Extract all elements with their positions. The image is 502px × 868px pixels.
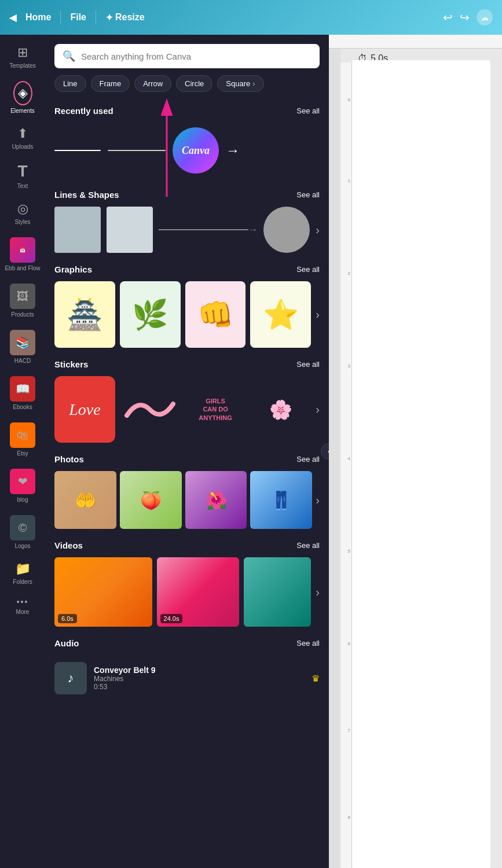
photos-see-all[interactable]: See all <box>296 455 320 464</box>
graphic-item-4[interactable]: ⭐ <box>250 281 311 348</box>
graphics-chevron-icon[interactable]: › <box>316 308 320 321</box>
redo-button[interactable]: ↪ <box>460 10 470 24</box>
arrow-right-icon: → <box>248 225 258 235</box>
sticker-love[interactable]: Love <box>54 376 115 443</box>
videos-chevron-icon[interactable]: › <box>316 586 320 599</box>
sidebar-item-hacd[interactable]: 📚 HACD <box>0 324 45 370</box>
audio-see-all[interactable]: See all <box>296 639 320 648</box>
sidebar-item-templates[interactable]: ⊞ Templates <box>0 39 45 75</box>
sticker-flower[interactable]: 🌸 <box>250 376 311 443</box>
recently-used-see-all[interactable]: See all <box>296 106 320 115</box>
canvas-white-area[interactable] <box>352 60 490 868</box>
video-badge-1: 6.0s <box>58 614 77 623</box>
sidebar-item-label: Uploads <box>12 144 34 150</box>
cloud-save-button[interactable]: ☁ <box>477 9 493 25</box>
ruler-mark-5: 5 <box>340 549 352 554</box>
chip-line[interactable]: Line <box>54 75 86 92</box>
graphic-item-2[interactable]: 🌿 <box>120 281 181 348</box>
stickers-chevron-icon[interactable]: › <box>316 403 320 416</box>
video-item-2[interactable]: 24.0s <box>157 557 239 627</box>
sidebar-item-products[interactable]: 🖼 Products <box>0 278 45 324</box>
arrow-element: → <box>226 142 240 159</box>
sticker-squiggle[interactable] <box>120 376 181 443</box>
graphics-title: Graphics <box>54 264 92 274</box>
recent-canva-circle[interactable]: Canva <box>173 127 219 174</box>
sidebar-item-label: Styles <box>14 219 30 226</box>
sidebar-item-label: Ebooks <box>13 404 32 411</box>
home-button[interactable]: Home <box>25 12 51 23</box>
sidebar-item-more[interactable]: ••• More <box>0 591 45 621</box>
graphic-item-3[interactable]: 👊 <box>185 281 246 348</box>
sidebar-item-text[interactable]: T Text <box>0 156 45 196</box>
graphic-item-1[interactable]: 🏯 <box>54 281 115 348</box>
sticker-girls-text: GIRLSCAN DOANYTHING <box>199 397 232 422</box>
photo-item-4[interactable]: 👖 <box>250 471 312 529</box>
videos-title: Videos <box>54 540 83 550</box>
sidebar-item-label: Templates <box>9 62 36 69</box>
sticker-love-text: Love <box>69 400 100 419</box>
stickers-see-all[interactable]: See all <box>296 360 320 369</box>
squiggle-svg <box>121 392 179 427</box>
sticker-girls[interactable]: GIRLSCAN DOANYTHING <box>185 376 246 443</box>
sidebar-item-blog[interactable]: ❤ blog <box>0 463 45 509</box>
sidebar-item-label: HACD <box>14 358 31 365</box>
sidebar-item-logos[interactable]: © Logos <box>0 509 45 556</box>
music-icon: ♪ <box>68 671 74 686</box>
section-header-lines-shapes: Lines & Shapes See all <box>54 190 320 200</box>
file-button[interactable]: File <box>70 12 86 23</box>
lines-shapes-see-all[interactable]: See all <box>296 190 320 199</box>
section-header-graphics: Graphics See all <box>54 264 320 274</box>
ruler-mark-1: 1 <box>340 178 352 183</box>
section-header-videos: Videos See all <box>54 540 320 550</box>
photo-item-1[interactable]: 🤲 <box>54 471 116 529</box>
photo-item-3[interactable]: 🌺 <box>185 471 247 529</box>
filter-chips: Line Frame Arrow Circle Square › <box>45 75 329 99</box>
sidebar-item-ebooks[interactable]: 📖 Ebooks <box>0 370 45 417</box>
shape-square1[interactable] <box>54 207 101 253</box>
styles-icon: ◎ <box>17 201 28 216</box>
search-input[interactable] <box>81 52 312 61</box>
photos-row: 🤲 🍑 🌺 👖 › <box>54 471 320 529</box>
etsy-thumb: 🛍 <box>10 422 35 448</box>
shape-square2[interactable] <box>107 207 153 253</box>
shape-line-arrow[interactable]: → <box>159 225 258 235</box>
photo-item-2[interactable]: 🍑 <box>120 471 182 529</box>
sidebar-item-elements[interactable]: ◈ Elements <box>0 75 45 120</box>
videos-row: 6.0s 24.0s › <box>54 557 320 627</box>
recent-line2[interactable] <box>108 150 166 151</box>
sidebar-item-label: Ebb and Flow <box>5 265 40 272</box>
sidebar-item-ebb[interactable]: 📅 Ebb and Flow <box>0 231 45 278</box>
sidebar-item-label: Products <box>11 311 34 318</box>
video-item-1[interactable]: 6.0s <box>54 557 152 627</box>
sidebar-item-etsy[interactable]: 🛍 Etsy <box>0 417 45 463</box>
sidebar-item-styles[interactable]: ◎ Styles <box>0 196 45 231</box>
audio-title: Audio <box>54 638 79 648</box>
undo-button[interactable]: ↩ <box>443 10 453 24</box>
chip-frame[interactable]: Frame <box>91 75 130 92</box>
stickers-row: Love GIRLSCAN DOANYTHING 🌸 › <box>54 376 320 443</box>
chip-more-icon: › <box>252 79 255 88</box>
sidebar-item-label: blog <box>17 496 28 503</box>
sidebar-item-label: Text <box>17 183 28 190</box>
recent-line1[interactable] <box>54 150 101 151</box>
shape-circle[interactable] <box>263 207 310 253</box>
topbar-divider <box>60 10 61 24</box>
graphics-see-all[interactable]: See all <box>296 265 320 274</box>
resize-button[interactable]: ✦ Resize <box>105 12 145 23</box>
video-item-3[interactable] <box>244 557 311 627</box>
search-icon: 🔍 <box>63 50 75 62</box>
sidebar-item-label: Etsy <box>17 450 28 457</box>
photos-chevron-icon[interactable]: › <box>316 494 320 507</box>
back-button[interactable]: ◀ <box>9 12 16 23</box>
chip-circle[interactable]: Circle <box>176 75 212 92</box>
sidebar-item-uploads[interactable]: ⬆ Uploads <box>0 120 45 156</box>
chip-arrow[interactable]: Arrow <box>134 75 171 92</box>
videos-see-all[interactable]: See all <box>296 541 320 550</box>
sidebar-item-folders[interactable]: 📁 Folders <box>0 556 45 591</box>
audio-item[interactable]: ♪ Conveyor Belt 9 Machines 0:53 ♛ <box>54 655 320 701</box>
recent-arrow[interactable]: → <box>226 142 240 159</box>
section-header-audio: Audio See all <box>54 638 320 648</box>
sidebar-item-label: Elements <box>10 108 35 115</box>
shapes-chevron-icon[interactable]: › <box>316 223 320 237</box>
chip-square[interactable]: Square › <box>217 75 263 92</box>
